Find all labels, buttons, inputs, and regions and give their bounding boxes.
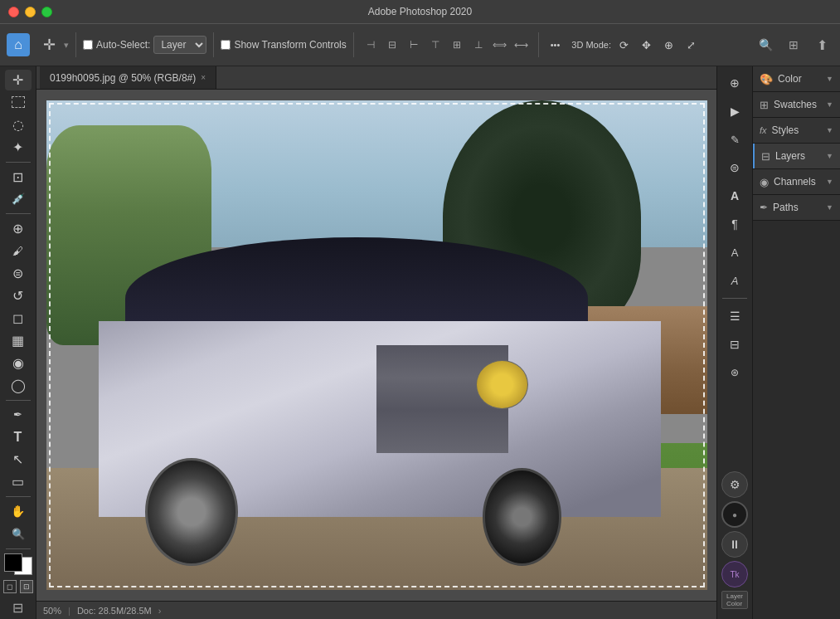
blur-tool[interactable]: ◉	[5, 353, 32, 373]
maximize-button[interactable]	[41, 7, 52, 17]
marquee-icon	[12, 96, 25, 108]
dodge-tool[interactable]: ◯	[5, 375, 32, 396]
text-right-btn[interactable]: A	[721, 183, 748, 209]
3d-more-btn[interactable]: ⤢	[682, 36, 701, 55]
search-btn[interactable]: 🔍	[754, 33, 777, 56]
hand-tool[interactable]: ✋	[5, 501, 32, 522]
swatches-panel-section: ⊞ Swatches ▼	[753, 92, 840, 118]
healing-tool[interactable]: ⊕	[5, 218, 32, 239]
properties-btn[interactable]: ☰	[721, 303, 748, 329]
tool-sep-5	[6, 548, 31, 549]
more-options-btn[interactable]: •••	[546, 37, 566, 53]
align-center-h-btn[interactable]: ⊟	[382, 35, 402, 55]
home-button[interactable]: ⌂	[7, 33, 30, 56]
align-top-btn[interactable]: ⊤	[425, 35, 445, 55]
pause-btn[interactable]: ⏸	[721, 531, 748, 558]
marquee-tool[interactable]	[5, 92, 32, 113]
document-tab[interactable]: 0199h0095.jpg @ 50% (RGB/8#) ×	[40, 66, 216, 89]
type-style-btn[interactable]: A	[721, 267, 748, 294]
clone-tool[interactable]: ⊜	[5, 263, 32, 284]
history-brush-tool[interactable]: ↺	[5, 285, 32, 306]
circle-dot-btn[interactable]: ●	[721, 501, 748, 528]
rear-wheel	[483, 468, 562, 566]
magic-wand-tool[interactable]: ✦	[5, 137, 32, 158]
tab-bar: 0199h0095.jpg @ 50% (RGB/8#) ×	[36, 66, 716, 90]
swatches-collapse-arrow: ▼	[826, 100, 833, 109]
auto-select-dropdown[interactable]: Layer Group	[153, 36, 206, 54]
zoom-tool[interactable]: 🔍	[5, 524, 32, 544]
eraser-tool[interactable]: ◻	[5, 308, 32, 329]
path-select-tool[interactable]: ↖	[5, 449, 32, 470]
styles-collapse-arrow: ▼	[826, 126, 833, 134]
workspace-btn[interactable]: ⊞	[782, 33, 805, 56]
brush-right-btn[interactable]: ✎	[721, 126, 748, 153]
3d-pan-btn[interactable]: ✥	[637, 36, 656, 55]
screen-mode-btn[interactable]: ⊟	[12, 600, 23, 616]
layers-panel-header[interactable]: ⊟ Layers ▼	[753, 144, 840, 168]
color-panel-section: 🎨 Color ▼	[753, 66, 840, 92]
channels-panel-header[interactable]: ◉ Channels ▼	[753, 169, 840, 194]
clone-icon: ⊜	[12, 266, 23, 281]
canvas-image[interactable]	[46, 100, 707, 590]
color-panel-icon: 🎨	[760, 73, 773, 85]
minimize-button[interactable]	[25, 7, 36, 17]
close-button[interactable]	[8, 7, 19, 17]
move-tool-btn[interactable]: ✛	[38, 32, 61, 57]
align-left-btn[interactable]: ⊣	[361, 35, 381, 55]
foreground-color-swatch[interactable]	[4, 553, 22, 572]
paths-panel-header[interactable]: ✒ Paths ▼	[753, 195, 840, 220]
history-right-btn[interactable]: ⊟	[721, 331, 748, 358]
styles-panel-label: Styles	[772, 124, 799, 136]
3d-zoom-btn[interactable]: ⊕	[659, 36, 678, 55]
headlight	[476, 360, 529, 409]
styles-panel-section: fx Styles ▼	[753, 118, 840, 144]
gradient-tool[interactable]: ▦	[5, 330, 32, 351]
quick-mask-btn[interactable]: ⊡	[20, 580, 33, 593]
brush-tool[interactable]: 🖌	[5, 241, 32, 261]
pen-tool[interactable]: ✒	[5, 404, 32, 425]
swatches-panel-header[interactable]: ⊞ Swatches ▼	[753, 92, 840, 117]
status-arrow[interactable]: ›	[158, 606, 162, 616]
auto-select-label[interactable]: Auto-Select:	[83, 39, 150, 51]
move-tool[interactable]: ✛	[5, 70, 32, 90]
layers-panel-icon: ⊟	[761, 150, 770, 163]
home-icon: ⌂	[14, 37, 22, 52]
eyedropper-tool[interactable]: 💉	[5, 188, 32, 209]
styles-panel-header[interactable]: fx Styles ▼	[753, 118, 840, 143]
shapes-tool[interactable]: ▭	[5, 471, 32, 492]
tab-close-btn[interactable]: ×	[201, 73, 206, 82]
path-select-icon: ↖	[12, 451, 23, 467]
share-btn[interactable]: ⬆	[810, 33, 833, 56]
type-warp-icon: A	[731, 246, 739, 259]
align-bottom-btn[interactable]: ⊥	[469, 35, 488, 55]
right-icon-panel: ⊕ ▶ ✎ ⊜ A ¶ A A ☰ ⊟ ⊛	[716, 66, 753, 619]
color-panel-header[interactable]: 🎨 Color ▼	[753, 66, 840, 91]
type-warp-btn[interactable]: A	[721, 239, 748, 266]
clone-right-btn[interactable]: ⊜	[721, 154, 748, 181]
transform-controls-checkbox[interactable]	[221, 40, 231, 50]
window-controls[interactable]	[8, 7, 52, 17]
swatches-panel-label: Swatches	[774, 99, 817, 110]
hand-icon: ✋	[11, 504, 25, 518]
crop-tool[interactable]: ⊡	[5, 167, 32, 188]
settings-circle-btn[interactable]: ⚙	[721, 471, 748, 498]
layer-panel-icon: LayerColor	[726, 592, 743, 607]
gradient-icon: ▦	[12, 333, 24, 348]
lasso-tool[interactable]: ◌	[5, 115, 32, 135]
text-tool[interactable]: T	[5, 426, 32, 447]
align-right-btn[interactable]: ⊢	[404, 35, 424, 55]
layer-panel-btn[interactable]: LayerColor	[721, 591, 748, 609]
edit-mode-btn[interactable]: ◻	[3, 580, 17, 593]
align-center-v-btn[interactable]: ⊞	[447, 35, 467, 55]
3d-right-btn[interactable]: ⊛	[721, 359, 748, 386]
paths-panel-label: Paths	[773, 202, 799, 213]
paragraph-btn[interactable]: ¶	[721, 211, 748, 237]
distribute-h-btn[interactable]: ⟺	[490, 35, 510, 55]
auto-select-checkbox[interactable]	[83, 40, 93, 50]
transform-controls-label[interactable]: Show Transform Controls	[221, 39, 346, 51]
play-btn[interactable]: ▶	[721, 98, 748, 124]
distribute-v-btn[interactable]: ⟷	[512, 35, 532, 55]
brush-settings-btn[interactable]: ⊕	[721, 70, 748, 96]
3d-rotate-btn[interactable]: ⟳	[614, 36, 634, 55]
tk-btn[interactable]: Tk	[721, 561, 748, 587]
